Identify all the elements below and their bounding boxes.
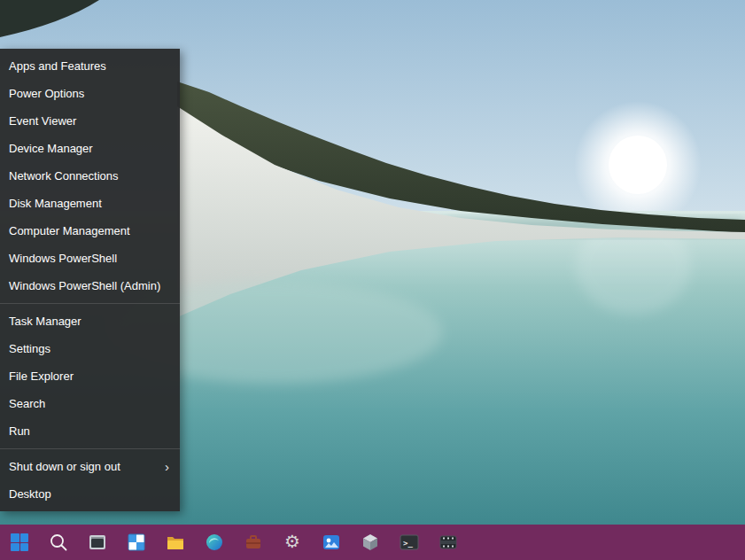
blue-grid-app-icon: [126, 532, 147, 553]
blue-grid-app-button[interactable]: [119, 525, 154, 560]
start-button[interactable]: [2, 525, 37, 560]
menu-item-label: Apps and Features: [9, 59, 106, 73]
menu-item-label: Shut down or sign out: [9, 453, 120, 480]
menu-group-tools: Task Manager Settings File Explorer Sear…: [0, 307, 180, 445]
search-icon: [48, 532, 69, 553]
menu-item-run[interactable]: Run: [0, 417, 180, 445]
terminal-icon: >_: [399, 532, 420, 553]
menu-item-label: Network Connections: [9, 169, 119, 183]
menu-item-label: Windows PowerShell (Admin): [9, 279, 160, 292]
box-app-button[interactable]: [353, 525, 388, 560]
file-explorer-button[interactable]: [158, 525, 193, 560]
winx-context-menu: Apps and Features Power Options Event Vi…: [0, 49, 180, 511]
menu-item-search[interactable]: Search: [0, 390, 180, 417]
media-app-button[interactable]: [314, 525, 349, 560]
start-icon: [9, 532, 30, 553]
box-app-icon: [360, 532, 381, 553]
menu-item-label: Disk Management: [9, 197, 102, 210]
file-explorer-icon: [165, 532, 186, 553]
menu-item-label: Power Options: [9, 87, 84, 100]
edge-browser-button[interactable]: [197, 525, 232, 560]
menu-item-label: Task Manager: [9, 315, 81, 328]
menu-item-label: Run: [9, 424, 30, 438]
menu-item-desktop[interactable]: Desktop: [0, 480, 180, 508]
menu-item-computer-management[interactable]: Computer Management: [0, 217, 180, 245]
submenu-chevron-icon: ›: [165, 453, 171, 480]
terminal-button[interactable]: >_: [392, 525, 427, 560]
search-button[interactable]: [41, 525, 76, 560]
taskbar: ⚙ >_: [0, 525, 745, 560]
menu-item-power-options[interactable]: Power Options: [0, 80, 180, 107]
menu-item-apps-and-features[interactable]: Apps and Features: [0, 52, 180, 80]
sun: [609, 136, 667, 194]
menu-item-label: Event Viewer: [9, 114, 76, 128]
menu-item-label: Windows PowerShell: [9, 252, 117, 265]
menu-item-label: File Explorer: [9, 369, 74, 383]
menu-item-label: Search: [9, 397, 45, 410]
menu-item-shut-down-or-sign-out[interactable]: Shut down or sign out ›: [0, 453, 180, 480]
app-window-icon: [87, 532, 108, 553]
briefcase-app-button[interactable]: [236, 525, 271, 560]
app-window-button[interactable]: [80, 525, 115, 560]
menu-item-label: Settings: [9, 342, 50, 355]
menu-group-session: Shut down or sign out › Desktop: [0, 453, 180, 508]
menu-group-system: Apps and Features Power Options Event Vi…: [0, 52, 180, 299]
menu-item-device-manager[interactable]: Device Manager: [0, 135, 180, 162]
menu-item-windows-powershell[interactable]: Windows PowerShell: [0, 245, 180, 272]
film-app-icon: [438, 532, 459, 553]
menu-item-event-viewer[interactable]: Event Viewer: [0, 107, 180, 135]
media-app-icon: [321, 532, 342, 553]
settings-button[interactable]: ⚙: [275, 525, 310, 560]
menu-item-label: Desktop: [9, 487, 51, 501]
menu-item-file-explorer[interactable]: File Explorer: [0, 362, 180, 390]
menu-item-network-connections[interactable]: Network Connections: [0, 162, 180, 190]
menu-separator: [0, 303, 180, 304]
svg-text:>_: >_: [403, 539, 413, 548]
edge-browser-icon: [204, 532, 225, 553]
desktop: Apps and Features Power Options Event Vi…: [0, 0, 745, 560]
menu-item-disk-management[interactable]: Disk Management: [0, 190, 180, 217]
svg-text:⚙: ⚙: [284, 531, 300, 552]
menu-item-label: Computer Management: [9, 224, 130, 237]
menu-item-label: Device Manager: [9, 142, 93, 155]
menu-item-task-manager[interactable]: Task Manager: [0, 307, 180, 335]
briefcase-app-icon: [243, 532, 264, 553]
settings-gear-icon: ⚙: [281, 531, 304, 554]
menu-item-settings[interactable]: Settings: [0, 335, 180, 362]
menu-separator: [0, 448, 180, 449]
film-app-button[interactable]: [431, 525, 466, 560]
menu-item-windows-powershell-admin[interactable]: Windows PowerShell (Admin): [0, 272, 180, 299]
